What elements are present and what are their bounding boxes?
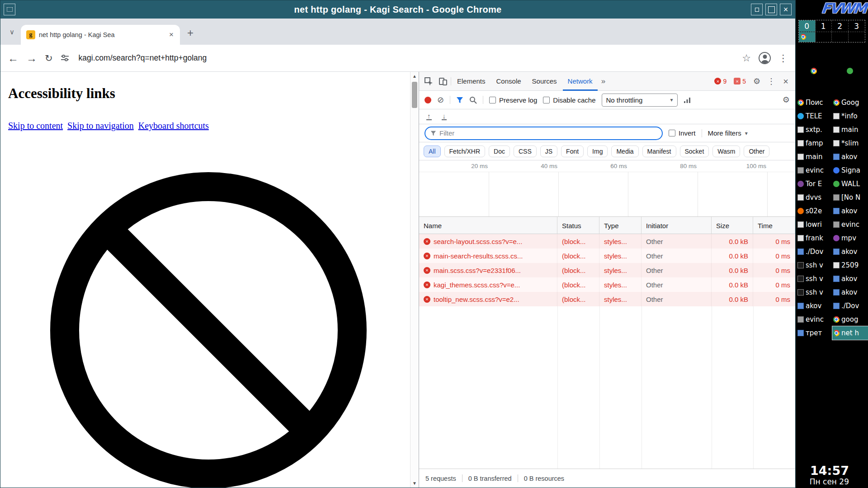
network-conditions-icon[interactable] [684,97,691,103]
pager-desk-0[interactable] [799,32,816,42]
filter-chip-wasm[interactable]: Wasm [712,145,740,157]
desk-0[interactable]: 0 [799,20,816,32]
window-list-item[interactable]: akov [832,245,868,258]
window-list-item[interactable]: akov [832,150,868,164]
window-list-item[interactable]: famp [797,136,832,150]
search-icon[interactable] [469,96,477,104]
app-icon[interactable] [847,68,853,74]
window-list-item[interactable]: TELE [797,109,832,123]
window-list-item[interactable]: ssh v [797,258,832,272]
filter-chip-doc[interactable]: Doc [489,145,510,157]
column-size[interactable]: Size [712,217,753,234]
filter-chip-media[interactable]: Media [611,145,638,157]
network-request-row[interactable]: ×tooltip_new.scss.css?v=e2... (block... … [419,292,795,306]
tab-close-icon[interactable]: × [166,30,176,40]
error-badge[interactable]: × 9 [714,78,726,85]
filter-chip-font[interactable]: Font [561,145,584,157]
filter-chip-img[interactable]: Img [587,145,608,157]
column-status[interactable]: Status [557,217,599,234]
devtools-close-icon[interactable]: × [779,75,793,88]
window-list-item[interactable]: Signa [832,164,868,177]
window-list-item[interactable]: [No N [832,191,868,204]
window-list-item[interactable]: akov [797,299,832,313]
tab-elements[interactable]: Elements [452,72,491,91]
filter-input-box[interactable] [425,127,663,140]
scroll-up-icon[interactable]: ▲ [410,72,419,80]
network-request-row[interactable]: ×kagi_themes.scss.css?v=e... (block... s… [419,277,795,292]
page-scrollbar[interactable]: ▲ ▼ [410,72,419,488]
window-list-item[interactable]: ./Dov [832,299,868,313]
export-har-icon[interactable]: ↓ [442,113,447,120]
network-request-row[interactable]: ×search-layout.scss.css?v=e... (block...… [419,234,795,249]
new-tab-button[interactable]: + [187,27,193,39]
window-list-item-active[interactable]: net h [832,326,868,340]
filter-chip-fetchxhr[interactable]: Fetch/XHR [444,145,485,157]
browser-tab[interactable]: g net http golang - Kagi Sea × [21,25,180,45]
window-list-item[interactable]: akov [832,272,868,286]
window-list-item[interactable]: s02e [797,204,832,218]
throttling-select[interactable]: No throttling ▾ [602,94,678,107]
clear-network-log-icon[interactable]: ⊘ [437,96,444,104]
window-list-item[interactable]: goog [832,313,868,326]
pager-desk-1[interactable] [816,32,832,42]
tab-sources[interactable]: Sources [527,72,562,91]
window-list-item[interactable]: main [832,123,868,136]
desk-2[interactable]: 2 [832,20,849,32]
scrollbar-thumb[interactable] [412,82,417,108]
window-list-item[interactable]: dvvs [797,191,832,204]
invert-checkbox[interactable]: Invert [669,129,696,137]
disable-cache-checkbox[interactable]: Disable cache [543,96,595,104]
window-titlebar[interactable]: net http golang - Kagi Search - Google C… [0,0,795,19]
window-list-item[interactable]: ssh v [797,272,832,286]
more-filters-button[interactable]: More filters ▾ [708,129,748,137]
column-initiator[interactable]: Initiator [642,217,712,234]
window-menu-button[interactable] [4,4,15,15]
network-request-row[interactable]: ×main.scss.css?v=e2331f06... (block... s… [419,263,795,277]
window-list-item[interactable]: akov [832,286,868,299]
close-button[interactable]: × [780,4,792,15]
filter-funnel-icon[interactable] [456,97,463,103]
preserve-log-checkbox[interactable]: Preserve log [489,96,537,104]
pager-desk-2[interactable] [832,32,849,42]
filter-chip-manifest[interactable]: Manifest [642,145,676,157]
forward-button[interactable]: → [26,53,37,64]
scroll-down-icon[interactable]: ▼ [410,479,419,488]
column-name[interactable]: Name [419,217,557,234]
filter-chip-all[interactable]: All [424,145,441,157]
maximize-button[interactable] [765,4,777,15]
filter-chip-css[interactable]: CSS [514,145,537,157]
device-toolbar-icon[interactable] [436,75,450,88]
window-list-item[interactable]: трет [797,326,832,340]
window-list-item[interactable]: *info [832,109,868,123]
column-type[interactable]: Type [599,217,642,234]
tab-console[interactable]: Console [491,72,526,91]
skip-to-navigation-link[interactable]: Skip to navigation [67,121,134,131]
window-list-item[interactable]: ssh v [797,286,832,299]
site-info-icon[interactable] [61,54,69,62]
devtools-settings-gear-icon[interactable]: ⚙ [750,75,764,88]
window-list-item[interactable]: frank [797,231,832,245]
window-list-item[interactable]: Goog [832,96,868,109]
minimize-button[interactable] [751,4,763,15]
window-list-item[interactable]: Tor E [797,177,832,191]
window-list-item[interactable]: main [797,150,832,164]
filter-input[interactable] [439,129,657,137]
keyboard-shortcuts-link[interactable]: Keyboard shortcuts [138,121,209,131]
reload-button[interactable]: ↻ [45,53,53,63]
issues-badge[interactable]: × 5 [734,78,746,85]
window-list-item[interactable]: *slim [832,136,868,150]
window-list-item[interactable]: evinc [832,218,868,231]
window-list-item[interactable]: ./Dov [797,245,832,258]
filter-chip-other[interactable]: Other [744,145,769,157]
back-button[interactable]: ← [8,53,19,64]
tab-search-chevron-icon[interactable]: ∨ [9,28,14,36]
network-overview-timeline[interactable]: 20 ms 40 ms 60 ms 80 ms 100 ms [419,160,795,217]
more-tabs-icon[interactable]: » [599,77,608,86]
import-har-icon[interactable]: ↑ [426,113,432,120]
column-time[interactable]: Time [753,217,795,234]
desk-3[interactable]: 3 [849,20,865,32]
devtools-menu-icon[interactable]: ⋮ [764,75,778,88]
pager-desk-3[interactable] [849,32,865,42]
network-request-row[interactable]: ×main-search-results.scss.cs... (block..… [419,249,795,263]
window-list-item[interactable]: mpv [832,231,868,245]
